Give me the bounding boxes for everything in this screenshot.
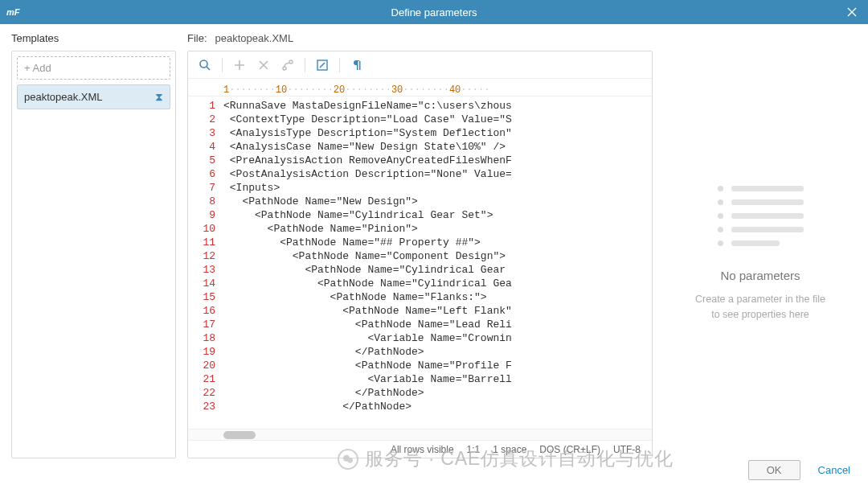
template-file-name: peaktopeak.XML xyxy=(24,91,103,103)
horizontal-scrollbar[interactable] xyxy=(188,429,652,440)
code-content: <RunnaSave MastaDesignFileName="c:\users… xyxy=(223,97,652,429)
pilcrow-icon xyxy=(350,59,363,72)
branch-icon xyxy=(281,59,294,72)
svg-point-2 xyxy=(283,67,286,70)
svg-point-0 xyxy=(200,60,207,68)
placeholder-graphic xyxy=(718,186,804,246)
templates-list: Add peaktopeak.XML ⧗ xyxy=(11,51,176,458)
hourglass-icon: ⧗ xyxy=(155,90,163,104)
dialog-footer: OK Cancel xyxy=(0,458,868,481)
cross-icon xyxy=(257,59,270,72)
no-parameters-subtitle: Create a parameter in the fileto see pro… xyxy=(695,292,825,323)
ruler: 1········10········20········30········4… xyxy=(188,79,652,97)
file-label: File: xyxy=(187,32,207,44)
edit-icon xyxy=(316,59,329,72)
status-lineend: DOS (CR+LF) xyxy=(539,444,600,455)
plus-icon xyxy=(233,59,246,72)
ok-button[interactable]: OK xyxy=(748,460,800,480)
remove-button xyxy=(253,55,274,76)
svg-point-3 xyxy=(289,60,293,64)
edit-button[interactable] xyxy=(312,55,333,76)
code-area[interactable]: 1234567891011121314151617181920212223 <R… xyxy=(188,97,652,429)
branch-button xyxy=(277,55,298,76)
status-cursor: 1:1 xyxy=(467,444,481,455)
status-bar: All rows visible 1:1 1 space DOS (CR+LF)… xyxy=(188,440,652,458)
app-logo: mF xyxy=(6,7,20,17)
no-parameters-title: No parameters xyxy=(720,269,800,282)
file-name: peaktopeak.XML xyxy=(215,32,294,44)
editor-panel: File: peaktopeak.XML 1········10········… xyxy=(187,32,653,458)
editor-toolbar xyxy=(188,51,652,79)
cancel-button[interactable]: Cancel xyxy=(818,464,850,476)
scroll-thumb[interactable] xyxy=(223,431,256,439)
status-rows: All rows visible xyxy=(391,444,454,455)
templates-heading: Templates xyxy=(11,32,176,44)
line-gutter: 1234567891011121314151617181920212223 xyxy=(188,97,223,429)
close-button[interactable] xyxy=(836,0,868,24)
pilcrow-button[interactable] xyxy=(346,55,367,76)
titlebar: mF Define parameters xyxy=(0,0,868,24)
add-template-button[interactable]: Add xyxy=(17,56,170,80)
editor-box: 1········10········20········30········4… xyxy=(187,51,653,458)
svg-line-1 xyxy=(207,67,210,70)
search-icon xyxy=(199,59,211,72)
template-file-item[interactable]: peaktopeak.XML ⧗ xyxy=(17,84,170,109)
add-button xyxy=(229,55,250,76)
status-spacing: 1 space xyxy=(493,444,526,455)
parameters-panel: No parameters Create a parameter in the … xyxy=(664,50,857,458)
search-button[interactable] xyxy=(194,55,215,76)
templates-panel: Templates Add peaktopeak.XML ⧗ xyxy=(11,32,176,458)
dialog-title: Define parameters xyxy=(391,6,477,18)
close-icon xyxy=(847,7,857,17)
status-encoding: UTF-8 xyxy=(613,444,641,455)
